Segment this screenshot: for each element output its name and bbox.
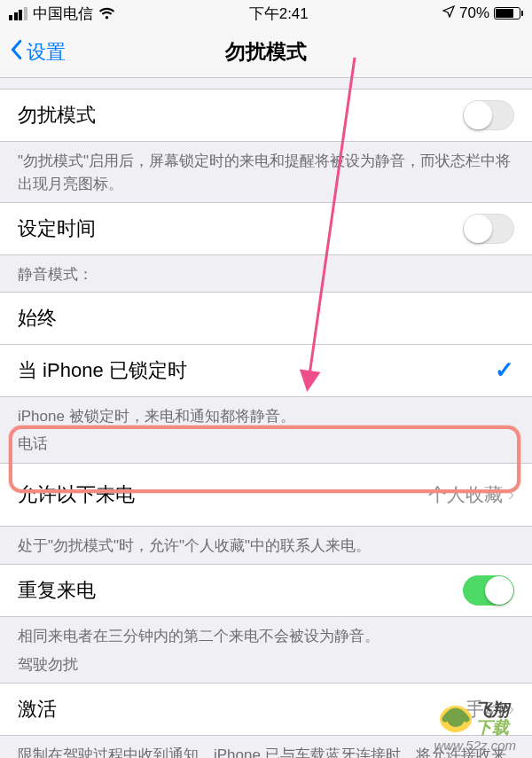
dnd-toggle-row[interactable]: 勿扰模式 [0,89,532,142]
repeated-calls-row[interactable]: 重复来电 [0,564,532,617]
back-button[interactable]: 设置 [9,39,66,66]
scheduled-label: 设定时间 [18,215,96,242]
battery-percent: 70% [459,4,489,22]
silence-always-label: 始终 [18,305,57,332]
silence-header: 静音模式： [0,254,532,292]
driving-header: 驾驶勿扰 [0,650,532,684]
chevron-left-icon [9,39,23,66]
allow-calls-value: 个人收藏 [428,482,503,507]
signal-icon [9,7,27,20]
activate-row[interactable]: 激活 手动 › [0,683,532,736]
page-title: 勿扰模式 [225,38,307,66]
location-icon [442,4,455,22]
chevron-right-icon: › [508,698,514,721]
silence-locked-footer: iPhone 被锁定时，来电和通知都将静音。 [0,396,532,430]
activate-label: 激活 [18,696,57,723]
repeated-calls-footer: 相同来电者在三分钟内的第二个来电不会被设为静音。 [0,616,532,650]
status-right: 70% [442,4,523,22]
dnd-toggle[interactable] [463,100,514,130]
activate-value: 手动 [466,697,503,722]
chevron-right-icon: › [508,483,514,506]
back-label: 设置 [27,39,66,66]
status-time: 下午2:41 [249,4,309,24]
battery-icon [494,7,523,20]
silence-locked-row[interactable]: 当 iPhone 已锁定时 ✓ [0,344,532,397]
nav-header: 设置 勿扰模式 [0,27,532,78]
checkmark-icon: ✓ [495,356,514,384]
dnd-label: 勿扰模式 [18,102,96,129]
activate-footer: 限制在驾驶过程中收到通知。iPhone 已与车载蓝牙连接时，将允许接收来电。 了… [0,735,532,758]
silence-locked-label: 当 iPhone 已锁定时 [18,357,187,384]
allow-calls-label: 允许以下来电 [18,481,135,508]
carrier-label: 中国电信 [33,4,93,24]
scheduled-toggle-row[interactable]: 设定时间 [0,202,532,255]
allow-calls-row[interactable]: 允许以下来电 个人收藏 › [0,463,532,527]
allow-calls-footer: 处于"勿扰模式"时，允许"个人收藏"中的联系人来电。 [0,526,532,565]
dnd-footer: "勿扰模式"启用后，屏幕锁定时的来电和提醒将被设为静音，而状态栏中将出现月亮图标… [0,141,532,202]
repeated-calls-label: 重复来电 [18,577,96,604]
scheduled-toggle[interactable] [463,214,514,244]
status-left: 中国电信 [9,4,115,24]
phone-header: 电话 [0,429,532,463]
silence-always-row[interactable]: 始终 [0,292,532,345]
status-bar: 中国电信 下午2:41 70% [0,0,532,27]
wifi-icon [98,7,115,20]
repeated-calls-toggle[interactable] [463,575,514,606]
